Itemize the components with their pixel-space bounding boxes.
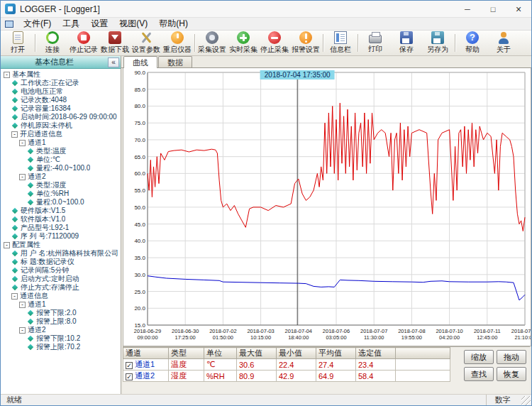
tree-item[interactable]: 报警下限:2.0	[2, 309, 121, 317]
tree-item[interactable]: 硬件版本:V1.5	[2, 207, 121, 215]
menu-file[interactable]: 文件(F)	[18, 18, 57, 30]
tree-expand-icon[interactable]: -	[4, 242, 10, 248]
tree-expand-icon[interactable]: -	[19, 302, 26, 308]
find-button[interactable]: 查找	[464, 367, 494, 381]
tree-expand-icon[interactable]: -	[19, 327, 26, 334]
channel-label: 通道1	[135, 360, 155, 368]
tree-item[interactable]: 标 题:数据记录仪	[2, 258, 121, 266]
alarm-settings-button[interactable]: 报警设置	[290, 31, 321, 55]
tree-expand-icon[interactable]: -	[11, 131, 18, 138]
chart-area[interactable]: 15.020.025.030.035.040.045.050.055.060.0…	[123, 68, 531, 346]
row-checkbox[interactable]: ✓	[126, 373, 133, 380]
tree-item[interactable]: 报警上限:8.0	[2, 317, 121, 326]
tree-item[interactable]: 记录容量:16384	[2, 104, 121, 113]
open-button[interactable]: 打开	[2, 31, 33, 55]
tree-item[interactable]: 记录间隔:5分钟	[2, 266, 121, 275]
menu-tools[interactable]: 工具	[57, 18, 85, 30]
tree-item[interactable]: 单位:℃	[2, 155, 121, 164]
tree-item[interactable]: 启动时间:2018-06-29 09:00:00	[2, 113, 121, 121]
stop-record-button[interactable]: 停止记录	[68, 31, 99, 55]
tab-data[interactable]: 数据	[158, 56, 192, 67]
table-row[interactable]: ✓通道1温度℃30.622.427.423.4	[123, 359, 450, 371]
menu-view[interactable]: 视图(V)	[113, 18, 153, 30]
tree-bullet-icon	[12, 251, 18, 256]
print-button[interactable]: 打印	[360, 31, 391, 55]
svg-text:2018-06-29: 2018-06-29	[134, 328, 161, 334]
menu-help[interactable]: 帮助(H)	[153, 18, 194, 30]
drag-button[interactable]: 拖动	[497, 350, 526, 364]
value-cell: 温度	[169, 359, 204, 371]
tree-item[interactable]: -基本属性	[2, 70, 121, 79]
restart-button[interactable]: 重启仪器	[162, 31, 193, 55]
tab-curve[interactable]: 曲线	[123, 56, 157, 68]
tree-item[interactable]: -开启通道信息	[2, 130, 121, 138]
tree-bullet-icon	[12, 259, 18, 265]
tree-item[interactable]: 单位:%RH	[2, 190, 121, 198]
stop-collect-button[interactable]: 停止采集	[259, 31, 290, 55]
collect-settings-button[interactable]: 采集设置	[196, 31, 228, 55]
tree-item[interactable]: -通道信息	[2, 292, 121, 300]
tree-item[interactable]: 工作状态:正在记录	[2, 79, 121, 87]
tree-item[interactable]: 类型:湿度	[2, 181, 121, 190]
zoom-button[interactable]: 缩放	[464, 350, 494, 364]
tree-item[interactable]: 序 列 号:71120009	[2, 232, 121, 241]
help-button[interactable]: 帮助	[457, 31, 488, 55]
tree-item[interactable]: 类型:温度	[2, 147, 121, 155]
connect-button[interactable]: 连接	[37, 31, 68, 55]
column-header[interactable]: 通道	[123, 348, 169, 359]
row-checkbox[interactable]: ✓	[126, 362, 133, 369]
column-header[interactable]: 类型	[169, 348, 204, 359]
column-header[interactable]: 最大值	[237, 348, 277, 359]
tree-item[interactable]: -通道2	[2, 172, 121, 181]
tree-item[interactable]: 报警下限:10.2	[2, 334, 121, 343]
tree-item[interactable]: -配置属性	[2, 241, 121, 249]
svg-text:55.0: 55.0	[134, 187, 145, 194]
restore-button[interactable]: 恢复	[497, 367, 526, 381]
mdi-child-icon[interactable]	[5, 21, 13, 28]
column-header[interactable]: 最小值	[277, 348, 316, 359]
svg-text:2018-07-07: 2018-07-07	[360, 328, 387, 334]
realtime-collect-button[interactable]: 实时采集	[228, 31, 259, 55]
tree-item[interactable]: -通道1	[2, 138, 121, 147]
tree-item[interactable]: 停机原因:未停机	[2, 121, 121, 130]
maximize-button[interactable]: □	[480, 1, 506, 17]
stop-collect-icon	[268, 31, 281, 44]
tree-item[interactable]: 记录次数:4048	[2, 96, 121, 104]
tree-item[interactable]: 软件版本:V1.0	[2, 215, 121, 224]
tree-item[interactable]: 量程:0.0~100.0	[2, 198, 121, 207]
tree-item[interactable]: 停止方式:存满停止	[2, 283, 121, 292]
minimize-button[interactable]: ─	[455, 1, 480, 17]
params-icon	[140, 31, 153, 44]
infobar-button[interactable]: 信息栏	[325, 31, 356, 55]
tree-item-label: 通道2	[28, 326, 46, 334]
download-button[interactable]: 数据下载	[99, 31, 131, 55]
tree-item-label: 类型:湿度	[36, 181, 67, 190]
tree-expand-icon[interactable]: -	[19, 174, 26, 180]
svg-text:21:10:00: 21:10:00	[514, 334, 531, 341]
tree-bullet-icon	[28, 182, 33, 188]
resize-grip[interactable]	[521, 396, 531, 405]
tree-item[interactable]: 启动方式:定时启动	[2, 275, 121, 283]
column-header[interactable]: 平均值	[316, 348, 356, 359]
tree-item[interactable]: 产品型号:L92-1	[2, 224, 121, 232]
menu-settings[interactable]: 设置	[85, 18, 113, 30]
tree-item-label: 记录间隔:5分钟	[21, 266, 69, 275]
tree-item[interactable]: 量程:-40.0~100.0	[2, 164, 121, 172]
saveas-button[interactable]: 另存为	[422, 31, 453, 55]
tree-expand-icon[interactable]: -	[11, 293, 18, 300]
column-header[interactable]: 单位	[204, 348, 237, 359]
tree-item[interactable]: 用 户 名:杭州路格科技有限公司	[2, 249, 121, 258]
close-button[interactable]: ×	[506, 1, 531, 17]
tree-expand-icon[interactable]: -	[19, 140, 26, 146]
save-button[interactable]: 保存	[391, 31, 422, 55]
tree-item[interactable]: -通道2	[2, 326, 121, 334]
about-button[interactable]: 关于	[488, 31, 519, 55]
tree-item[interactable]: 电池电压正常	[2, 87, 121, 96]
collapse-sidebar-button[interactable]: «	[108, 57, 119, 67]
set-params-button[interactable]: 设置参数	[131, 31, 162, 55]
tree-item[interactable]: 报警上限:70.2	[2, 343, 121, 351]
tree-expand-icon[interactable]: -	[4, 72, 10, 78]
tree-item[interactable]: -通道1	[2, 300, 121, 309]
table-row[interactable]: ✓通道2湿度%RH80.942.964.958.4	[123, 371, 450, 382]
column-header[interactable]: 选定值	[356, 348, 396, 359]
